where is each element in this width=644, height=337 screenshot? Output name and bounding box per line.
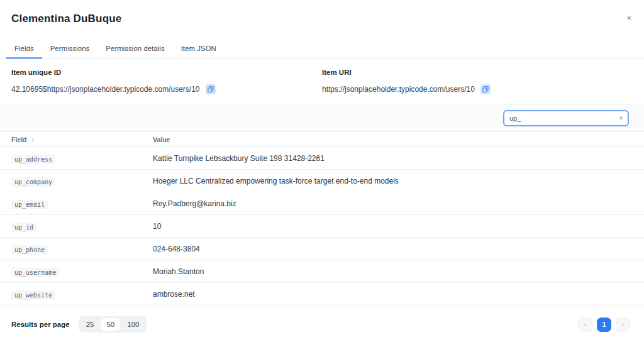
table-row: up_phone 024-648-3804 — [0, 238, 644, 260]
previous-page-button[interactable]: ‹ — [578, 318, 592, 332]
item-unique-id-label: Item unique ID — [11, 69, 322, 76]
field-name-chip: up_address — [11, 155, 55, 164]
field-value: Kattie Turnpike Lebsackbury Suite 198 31… — [153, 154, 644, 163]
column-header-value[interactable]: Value — [153, 136, 644, 143]
tab-fields[interactable]: Fields — [6, 41, 42, 58]
item-unique-id-block: Item unique ID 42.10695$https://jsonplac… — [11, 69, 322, 94]
item-uri-block: Item URI https://jsonplaceholder.typicod… — [322, 69, 633, 94]
field-name-chip: up_username — [11, 268, 59, 277]
field-name-chip: up_id — [11, 223, 36, 232]
search-input[interactable] — [504, 114, 628, 122]
next-page-button[interactable]: › — [616, 318, 630, 332]
item-info-section: Item unique ID 42.10695$https://jsonplac… — [0, 59, 644, 94]
field-value: 10 — [153, 222, 644, 231]
close-icon[interactable]: × — [626, 14, 631, 22]
table-footer: Results per page 25 50 100 ‹ 1 › — [0, 316, 644, 333]
column-header-field[interactable]: Field↑ — [0, 136, 153, 143]
field-value: Moriah.Stanton — [153, 267, 644, 276]
copy-icon[interactable] — [480, 84, 491, 94]
chevron-left-icon: ‹ — [584, 320, 586, 328]
clear-search-icon[interactable]: × — [619, 114, 623, 122]
field-value: Hoeger LLC Centralized empowering task-f… — [153, 177, 644, 185]
tab-item-json[interactable]: Item JSON — [173, 41, 225, 58]
field-name-chip: up_website — [11, 290, 55, 300]
panel-header: Clementina DuBuque × — [0, 0, 644, 25]
results-per-page-label: Results per page — [11, 321, 70, 328]
table-row: up_username Moriah.Stanton — [0, 260, 644, 283]
column-header-field-label: Field — [11, 136, 27, 143]
item-unique-id-value: 42.10695$https://jsonplaceholder.typicod… — [11, 85, 200, 94]
page-title: Clementina DuBuque — [11, 13, 633, 25]
sort-ascending-icon: ↑ — [31, 136, 35, 143]
field-name-chip: up_phone — [11, 245, 48, 255]
search-input-wrapper: × — [503, 110, 629, 126]
tab-permission-details[interactable]: Permission details — [97, 41, 172, 58]
table-toolbar: × — [0, 104, 644, 132]
table-row: up_id 10 — [0, 215, 644, 238]
table-row: up_address Kattie Turnpike Lebsackbury S… — [0, 147, 644, 170]
column-header-value-label: Value — [153, 136, 170, 143]
field-name-chip: up_email — [11, 200, 48, 209]
item-uri-value: https://jsonplaceholder.typicode.com/use… — [322, 85, 475, 94]
page-size-50-button[interactable]: 50 — [101, 318, 120, 331]
page-size-100-button[interactable]: 100 — [121, 318, 145, 331]
field-name-chip: up_company — [11, 177, 55, 187]
item-uri-label: Item URI — [322, 69, 633, 76]
page-size-25-button[interactable]: 25 — [80, 318, 100, 331]
field-value: Rey.Padberg@karina.biz — [153, 199, 644, 208]
table-row: up_email Rey.Padberg@karina.biz — [0, 192, 644, 215]
current-page-button[interactable]: 1 — [597, 318, 611, 332]
field-value: 024-648-3804 — [153, 245, 644, 253]
table-row: up_website ambrose.net — [0, 283, 644, 306]
field-value: ambrose.net — [153, 290, 644, 299]
table-header-row: Field↑ Value — [0, 132, 644, 147]
tab-bar: Fields Permissions Permission details It… — [0, 41, 644, 59]
table-row: up_company Hoeger LLC Centralized empowe… — [0, 170, 644, 192]
tab-permissions[interactable]: Permissions — [42, 41, 98, 58]
page-size-selector: 25 50 100 — [79, 316, 147, 333]
chevron-right-icon: › — [621, 320, 624, 328]
copy-icon[interactable] — [206, 84, 216, 94]
fields-table: Field↑ Value up_address Kattie Turnpike … — [0, 132, 644, 306]
pagination: ‹ 1 › — [578, 318, 630, 332]
item-details-panel: Clementina DuBuque × Fields Permissions … — [0, 0, 644, 337]
